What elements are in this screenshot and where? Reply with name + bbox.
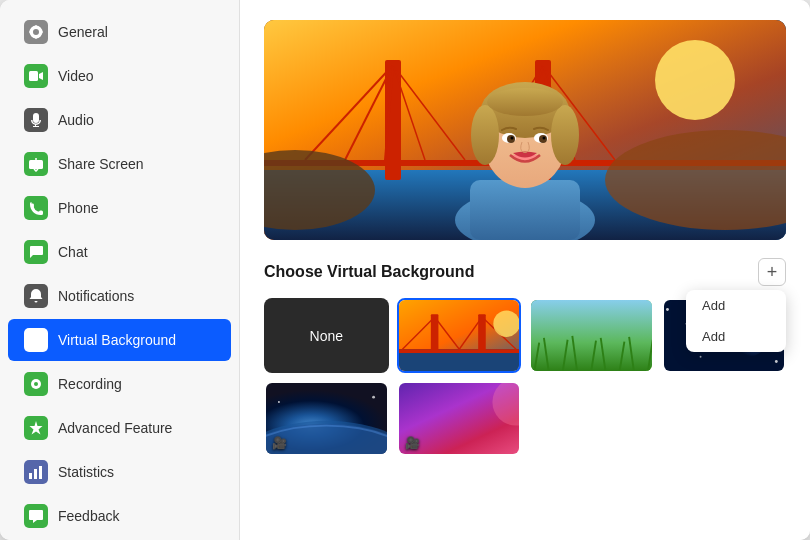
svg-point-9: [655, 40, 735, 120]
sidebar-item-recording[interactable]: Recording: [8, 363, 231, 405]
svg-rect-7: [39, 466, 42, 479]
bg-thumb-golden-gate-inner: [399, 300, 520, 371]
sidebar-item-statistics[interactable]: Statistics: [8, 451, 231, 493]
main-content: Choose Virtual Background + Add Add None: [240, 0, 810, 540]
sidebar-label-statistics: Statistics: [58, 464, 114, 480]
sidebar-item-share-screen[interactable]: Share Screen: [8, 143, 231, 185]
sidebar-item-notifications[interactable]: Notifications: [8, 275, 231, 317]
svg-point-38: [511, 137, 514, 140]
sidebar-item-video[interactable]: Video: [8, 55, 231, 97]
choose-title: Choose Virtual Background: [264, 263, 474, 281]
svg-rect-50: [531, 300, 652, 371]
sidebar-item-general[interactable]: General: [8, 11, 231, 53]
svg-rect-44: [399, 349, 520, 353]
feedback-icon: [24, 504, 48, 528]
app-window: General Video Audio Share Screen: [0, 0, 810, 540]
add-dropdown: Add Add: [686, 290, 786, 352]
recording-icon: [24, 372, 48, 396]
sidebar-item-feedback[interactable]: Feedback: [8, 495, 231, 537]
svg-point-2: [33, 334, 39, 340]
svg-rect-0: [29, 71, 38, 81]
share-screen-icon: [24, 152, 48, 176]
sidebar-label-recording: Recording: [58, 376, 122, 392]
sidebar-label-advanced-feature: Advanced Feature: [58, 420, 172, 436]
add-dropdown-item-1[interactable]: Add: [686, 321, 786, 352]
sidebar-label-feedback: Feedback: [58, 508, 119, 524]
svg-point-67: [699, 356, 701, 358]
svg-point-73: [372, 396, 375, 399]
add-background-button[interactable]: +: [758, 258, 786, 286]
general-icon: [24, 20, 48, 44]
sidebar-item-virtual-background[interactable]: Virtual Background: [8, 319, 231, 361]
preview-container: [264, 20, 786, 240]
sidebar-label-video: Video: [58, 68, 94, 84]
bg-thumb-green-grass-inner: [531, 300, 652, 371]
bg-thumb-earth[interactable]: 🎥: [264, 381, 389, 456]
bg-thumb-purple[interactable]: 🎥: [397, 381, 522, 456]
sidebar-label-general: General: [58, 24, 108, 40]
video-icon: [24, 64, 48, 88]
chat-icon: [24, 240, 48, 264]
add-button-container: + Add Add: [758, 258, 786, 286]
virtual-background-icon: [24, 328, 48, 352]
svg-rect-6: [34, 469, 37, 479]
video-indicator-purple: 🎥: [405, 436, 420, 450]
sidebar-item-audio[interactable]: Audio: [8, 99, 231, 141]
sidebar-label-chat: Chat: [58, 244, 88, 260]
add-dropdown-item-0[interactable]: Add: [686, 290, 786, 321]
bg-thumb-golden-gate[interactable]: [397, 298, 522, 373]
audio-icon: [24, 108, 48, 132]
sidebar-item-advanced-feature[interactable]: Advanced Feature: [8, 407, 231, 449]
svg-point-31: [471, 105, 499, 165]
sidebar: General Video Audio Share Screen: [0, 0, 240, 540]
none-label: None: [310, 328, 343, 344]
svg-rect-27: [470, 180, 580, 240]
sidebar-label-phone: Phone: [58, 200, 98, 216]
person-svg: [415, 20, 635, 240]
sidebar-item-chat[interactable]: Chat: [8, 231, 231, 273]
bg-thumb-green-grass[interactable]: [529, 298, 654, 373]
video-indicator-earth: 🎥: [272, 436, 287, 450]
svg-point-39: [543, 137, 546, 140]
svg-point-49: [493, 310, 519, 337]
choose-header: Choose Virtual Background + Add Add: [264, 258, 786, 286]
svg-point-33: [487, 88, 563, 116]
svg-point-32: [551, 105, 579, 165]
notifications-icon: [24, 284, 48, 308]
advanced-feature-icon: [24, 416, 48, 440]
sidebar-item-phone[interactable]: Phone: [8, 187, 231, 229]
statistics-icon: [24, 460, 48, 484]
svg-rect-5: [29, 473, 32, 479]
svg-point-62: [666, 308, 669, 311]
svg-point-72: [278, 401, 280, 403]
svg-point-66: [774, 360, 777, 363]
sidebar-label-audio: Audio: [58, 112, 94, 128]
sidebar-label-virtual-background: Virtual Background: [58, 332, 176, 348]
bg-thumb-none[interactable]: None: [264, 298, 389, 373]
sidebar-label-share-screen: Share Screen: [58, 156, 144, 172]
svg-point-4: [34, 382, 38, 386]
phone-icon: [24, 196, 48, 220]
sidebar-label-notifications: Notifications: [58, 288, 134, 304]
